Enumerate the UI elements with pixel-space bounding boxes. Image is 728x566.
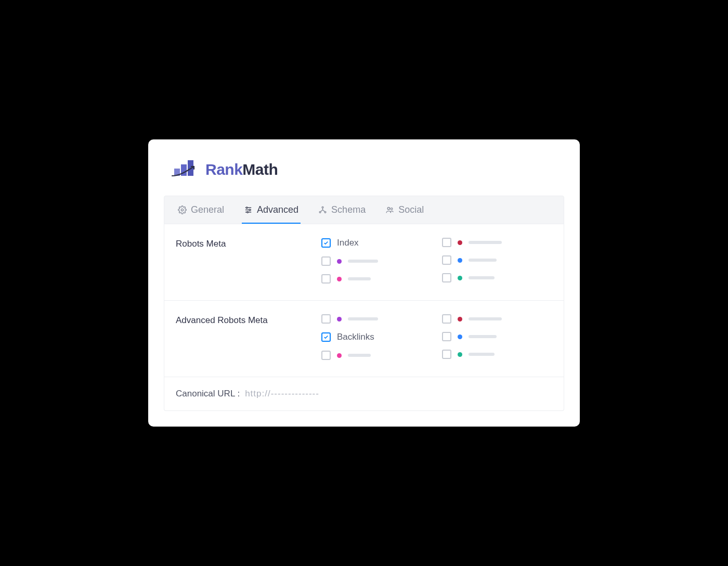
logo-wordmark: RankMath (205, 161, 278, 178)
color-dot-icon (458, 240, 462, 245)
section-title-robots: Robots Meta (176, 238, 311, 284)
logo-math: Math (242, 161, 278, 178)
checkbox-checked-icon[interactable] (321, 238, 331, 248)
svg-point-5 (249, 209, 251, 211)
placeholder-bar (348, 317, 378, 320)
adv-robots-right-options (442, 314, 552, 360)
placeholder-bar (469, 335, 497, 338)
checkbox-empty-icon[interactable] (442, 273, 451, 282)
placeholder-bar (469, 241, 502, 244)
placeholder-bar (348, 354, 371, 357)
opt-index-label: Index (337, 238, 359, 248)
color-dot-icon (458, 335, 462, 339)
placeholder-bar (469, 353, 495, 356)
svg-point-7 (322, 207, 323, 208)
checkbox-empty-icon[interactable] (442, 350, 451, 359)
robots-opt-placeholder[interactable] (321, 274, 432, 284)
svg-point-0 (181, 209, 183, 211)
section-title-adv-robots: Advanced Robots Meta (176, 314, 311, 360)
robots-opt-placeholder[interactable] (442, 238, 552, 247)
logo-mark-icon (173, 160, 198, 179)
canonical-label: Canonical URL : (176, 389, 240, 399)
color-dot-icon (337, 259, 342, 264)
checkbox-empty-icon[interactable] (321, 256, 331, 266)
placeholder-bar (348, 260, 378, 263)
color-dot-icon (458, 276, 462, 280)
robots-opt-index[interactable]: Index (321, 238, 432, 248)
robots-left-options: Index (321, 238, 432, 284)
checkbox-checked-icon[interactable] (321, 332, 331, 342)
robots-opt-placeholder[interactable] (442, 255, 552, 265)
tab-schema[interactable]: Schema (316, 196, 368, 224)
adv-robots-opt-placeholder[interactable] (442, 314, 552, 324)
robots-right-options (442, 238, 552, 284)
canonical-input[interactable]: http://-------------- (245, 389, 319, 399)
svg-point-11 (391, 208, 393, 210)
checkbox-empty-icon[interactable] (442, 332, 451, 341)
svg-point-6 (247, 211, 249, 213)
placeholder-bar (348, 277, 371, 280)
tab-general-label: General (191, 204, 224, 215)
section-canonical-url: Canonical URL : http://-------------- (164, 377, 564, 411)
placeholder-bar (469, 276, 495, 279)
placeholder-bar (469, 259, 497, 262)
opt-backlinks-label: Backlinks (337, 332, 374, 342)
checkbox-empty-icon[interactable] (321, 314, 331, 324)
svg-point-10 (387, 208, 389, 210)
adv-robots-left-options: Backlinks (321, 314, 432, 360)
tab-advanced-label: Advanced (257, 204, 298, 215)
section-adv-robots-meta: Advanced Robots Meta Backlinks (164, 301, 564, 377)
logo-rank: Rank (205, 161, 242, 178)
adv-robots-opt-placeholder[interactable] (321, 314, 432, 324)
settings-card: RankMath General Advanced Schema Social … (148, 139, 580, 427)
section-robots-meta: Robots Meta Index (164, 224, 564, 301)
tab-schema-label: Schema (331, 204, 366, 215)
checkbox-empty-icon[interactable] (442, 255, 451, 265)
gear-icon (178, 205, 187, 214)
tab-social-label: Social (398, 204, 424, 215)
placeholder-bar (469, 317, 502, 320)
color-dot-icon (458, 258, 462, 263)
checkbox-empty-icon[interactable] (442, 238, 451, 247)
sliders-icon (244, 205, 253, 214)
tab-bar: General Advanced Schema Social (164, 196, 564, 224)
tab-general[interactable]: General (176, 196, 226, 224)
color-dot-icon (337, 277, 342, 281)
color-dot-icon (337, 317, 342, 321)
tab-advanced[interactable]: Advanced (242, 196, 301, 224)
adv-robots-opt-backlinks[interactable]: Backlinks (321, 332, 432, 342)
adv-robots-opt-placeholder[interactable] (321, 351, 432, 360)
adv-robots-opt-placeholder[interactable] (442, 332, 552, 341)
brand-logo: RankMath (164, 160, 564, 179)
color-dot-icon (337, 353, 342, 358)
schema-icon (318, 205, 327, 214)
checkbox-empty-icon[interactable] (442, 314, 451, 324)
robots-opt-placeholder[interactable] (321, 256, 432, 266)
users-icon (385, 205, 394, 214)
svg-point-9 (324, 211, 326, 213)
svg-point-8 (319, 211, 321, 213)
tab-social[interactable]: Social (383, 196, 426, 224)
color-dot-icon (458, 352, 462, 357)
checkbox-empty-icon[interactable] (321, 274, 331, 284)
robots-opt-placeholder[interactable] (442, 273, 552, 282)
svg-point-4 (246, 207, 248, 209)
adv-robots-opt-placeholder[interactable] (442, 350, 552, 359)
color-dot-icon (458, 317, 462, 321)
checkbox-empty-icon[interactable] (321, 351, 331, 360)
